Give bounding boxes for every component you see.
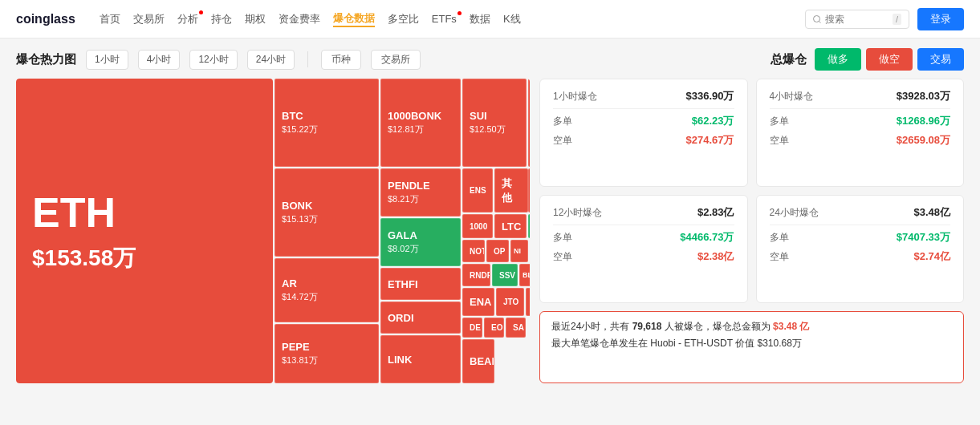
stat-card-12h: 12小时爆仓 $2.83亿 多单 $4466.73万 空单 $2.38亿: [539, 195, 748, 303]
block-doge: DOGE: [526, 288, 530, 316]
nav-exchange[interactable]: 交易所: [133, 12, 165, 26]
block-name: RNDR: [470, 271, 490, 280]
block-jasi: JASI: [528, 214, 530, 238]
divider: [307, 51, 308, 67]
time-1h[interactable]: 1小时: [86, 50, 128, 70]
block-value: $15.13万: [282, 213, 318, 225]
block-name: SSV: [499, 271, 515, 280]
block-ens: ENS: [462, 168, 493, 212]
info-line1: 最近24小时，共有 79,618 人被爆仓，爆仓总金额为 $3.48 亿: [551, 320, 952, 334]
stat-value-24h-long: $7407.33万: [897, 230, 950, 245]
stat-row-1h-long: 多单 $62.23万: [553, 114, 734, 128]
block-1000bonk: 1000BONK$12.81万: [380, 79, 461, 167]
short-button[interactable]: 做空: [866, 48, 913, 71]
trade-button[interactable]: 交易: [917, 48, 964, 71]
nav-funding[interactable]: 资金费率: [279, 12, 320, 26]
nav-analysis[interactable]: 分析: [177, 12, 198, 26]
header: coinglass 首页 交易所 分析 持仓 期权 资金费率 爆仓数据 多空比 …: [0, 0, 980, 38]
time-12h[interactable]: 12小时: [189, 50, 237, 70]
block-btc: BTC$15.22万: [274, 79, 379, 167]
stat-label-12h: 12小时爆仓: [553, 206, 602, 220]
time-24h[interactable]: 24小时: [247, 50, 295, 70]
stat-value-24h-short: $2.74亿: [913, 249, 950, 264]
login-button[interactable]: 登录: [917, 8, 964, 30]
block-ordi: ORDI: [380, 302, 461, 334]
block-name: 1000: [470, 222, 487, 231]
search-input[interactable]: [825, 14, 889, 25]
stat-row-1h-short: 空单 $274.67万: [553, 133, 734, 148]
stat-label-1h-long: 多单: [553, 115, 572, 128]
nav-position[interactable]: 持仓: [211, 12, 232, 26]
nav-liquidation[interactable]: 爆仓数据: [333, 11, 375, 27]
stat-label-24h-long: 多单: [770, 231, 789, 245]
block-value: $12.81万: [388, 123, 424, 136]
eth-name: ETH: [32, 188, 116, 237]
block-sui: SUI$12.50万: [462, 79, 527, 167]
stat-label-24h: 24小时爆仓: [770, 206, 819, 220]
block-value: $8.21万: [388, 193, 419, 205]
stat-row-12h-long: 多单 $4466.73万: [553, 230, 734, 245]
block-name: SUI: [470, 110, 487, 122]
heatmap-container: ETH $153.58万 BTC$15.22万1000BONK$12.81万SU…: [16, 79, 530, 383]
block-name: OP: [494, 247, 505, 256]
nav-etfs[interactable]: ETFs: [432, 13, 457, 25]
block-name: ENA: [470, 296, 491, 308]
block-pendle: PENDLE$8.21万: [380, 168, 461, 217]
block-ltc: LTC: [494, 214, 527, 238]
stats-header-right: 总爆仓 做多 做空 交易: [771, 48, 964, 71]
block-name: BTC: [282, 110, 303, 122]
block-name: BEAM: [470, 355, 494, 367]
stat-value-4h: $3928.03万: [897, 89, 950, 103]
logo: coinglass: [16, 12, 75, 26]
stats-panel: 1小时爆仓 $336.90万 多单 $62.23万 空单 $274.67万 4小…: [539, 79, 964, 383]
stat-row-4h-long: 多单 $1268.96万: [770, 114, 951, 128]
header-right: / 登录: [805, 8, 964, 30]
nav-longshort[interactable]: 多空比: [388, 12, 419, 26]
eth-block: ETH $153.58万: [16, 79, 273, 383]
block-beam: BEAM: [462, 339, 494, 383]
block-name: DE: [470, 323, 481, 332]
long-button[interactable]: 做多: [815, 48, 861, 71]
block-gala: GALA$8.02万: [380, 218, 461, 266]
stat-label-1h: 1小时爆仓: [553, 90, 597, 103]
block-name: BL: [523, 271, 530, 279]
nav-options[interactable]: 期权: [245, 12, 266, 26]
block-ethfi: ETHFI: [380, 268, 461, 300]
block-name: NOT: [470, 247, 485, 256]
content-area: ETH $153.58万 BTC$15.22万1000BONK$12.81万SU…: [16, 79, 964, 383]
block-ena: ENA: [462, 288, 494, 316]
stat-row-24h-total: 24小时爆仓 $3.48亿: [770, 205, 951, 220]
block-ni: NI: [510, 240, 528, 262]
block-op: OP: [486, 240, 509, 262]
nav-data[interactable]: 数据: [470, 12, 490, 26]
block-value: $14.72万: [282, 291, 318, 303]
block-pepe: PEPE$13.81万: [274, 324, 379, 383]
stat-value-1h-short: $274.67万: [686, 133, 734, 148]
block-rndr: RNDR: [462, 264, 490, 286]
block-name: JTO: [503, 298, 518, 306]
stat-value-24h: $3.48亿: [913, 205, 950, 220]
block-name: AR: [282, 277, 297, 289]
eth-amount: $153.58万: [32, 243, 136, 273]
stats-title: 总爆仓: [771, 52, 807, 67]
block-value: $8.02万: [388, 243, 419, 255]
stat-value-12h-short: $2.38亿: [697, 249, 734, 264]
nav-kline[interactable]: K线: [503, 12, 521, 26]
block-value: $13.81万: [282, 354, 318, 366]
search-box[interactable]: /: [805, 10, 909, 29]
block-not: NOT: [462, 240, 485, 262]
block-name: LTC: [502, 221, 521, 233]
block-de: DE: [462, 318, 482, 338]
block-name: ENS: [470, 186, 486, 195]
info-line2: 最大单笔爆仓单发生在 Huobi - ETH-USDT 价值 $310.68万: [551, 337, 952, 350]
nav: 首页 交易所 分析 持仓 期权 资金费率 爆仓数据 多空比 ETFs 数据 K线: [100, 11, 521, 27]
block-pyth: PYTH: [528, 168, 530, 212]
stat-row-12h-short: 空单 $2.38亿: [553, 249, 734, 264]
time-4h[interactable]: 4小时: [138, 50, 181, 70]
filter-exchange[interactable]: 交易所: [371, 50, 421, 70]
filter-coin[interactable]: 币种: [321, 50, 361, 70]
nav-home[interactable]: 首页: [100, 12, 120, 26]
block-name: GALA: [388, 229, 417, 241]
block-name: PENDLE: [388, 180, 430, 192]
block-name: LINK: [388, 354, 412, 366]
